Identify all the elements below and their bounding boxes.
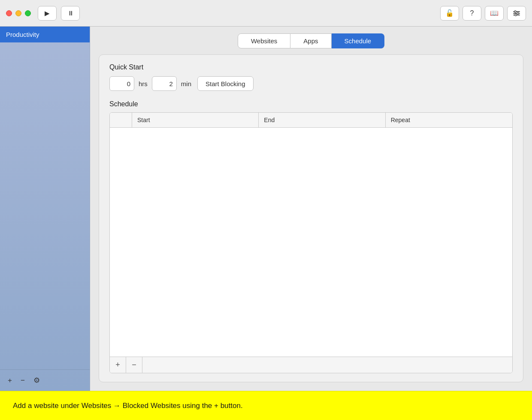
settings-button[interactable] [507,6,526,21]
minimize-button[interactable] [15,10,21,16]
pause-button[interactable]: ⏸ [61,6,80,21]
help-button[interactable]: ? [462,6,481,21]
hours-label: hrs [139,80,148,87]
hours-input[interactable] [109,76,134,91]
svg-point-4 [517,12,519,14]
lock-button[interactable]: 🔓 [440,6,459,21]
quick-start-row: hrs min Start Blocking [109,76,513,91]
col-end: End [259,113,385,127]
tab-schedule[interactable]: Schedule [332,33,385,48]
notification-text: Add a website under Websites → Blocked W… [13,402,243,410]
tab-apps[interactable]: Apps [290,33,331,48]
svg-point-3 [514,11,516,12]
schedule-table-body [110,128,512,357]
play-button[interactable]: ▶ [38,6,57,21]
col-repeat: Repeat [386,113,512,127]
content-area: Websites Apps Schedule Quick Start hrs m… [90,27,532,391]
titlebar-right-controls: 🔓 ? 📖 [440,6,526,21]
main-panel: Quick Start hrs min Start Blocking Sched… [99,54,523,382]
schedule-table-footer: + − [110,357,512,373]
titlebar-left-controls: ▶ ⏸ [38,6,80,21]
svg-point-5 [515,14,517,16]
schedule-heading: Schedule [109,100,513,108]
app-body: Productivity + − ⚙ Websites Apps Schedul… [0,27,532,391]
start-blocking-button[interactable]: Start Blocking [197,76,254,91]
book-button[interactable]: 📖 [485,6,504,21]
titlebar: ▶ ⏸ 🔓 ? 📖 [0,0,532,27]
tab-websites[interactable]: Websites [238,33,290,48]
sidebar-gear-button[interactable]: ⚙ [32,375,42,386]
quick-start-heading: Quick Start [109,63,513,71]
sidebar-remove-button[interactable]: − [19,375,27,386]
tabs-bar: Websites Apps Schedule [90,27,532,48]
notification-bar: Add a website under Websites → Blocked W… [0,391,532,420]
sidebar-footer: + − ⚙ [0,369,90,391]
remove-schedule-button[interactable]: − [126,357,142,373]
schedule-table: Start End Repeat + − [109,112,513,373]
add-schedule-button[interactable]: + [110,357,126,373]
sidebar-item-productivity[interactable]: Productivity [0,27,90,42]
minutes-input[interactable] [152,76,177,91]
maximize-button[interactable] [25,10,31,16]
col-start: Start [132,113,259,127]
sidebar: Productivity + − ⚙ [0,27,90,391]
close-button[interactable] [6,10,12,16]
col-checkbox [110,113,132,127]
traffic-lights [6,10,31,16]
minutes-label: min [181,80,191,87]
sidebar-add-button[interactable]: + [6,375,14,386]
schedule-table-header: Start End Repeat [110,113,512,128]
